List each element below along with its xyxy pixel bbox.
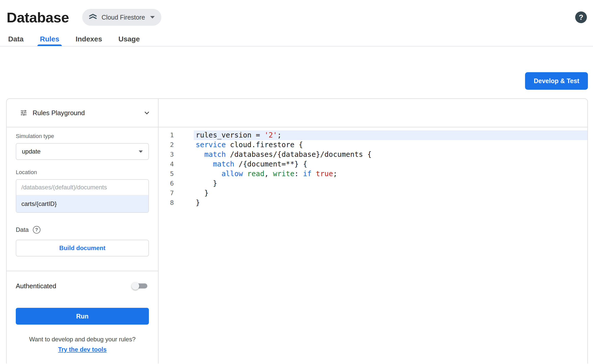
simulation-type-label: Simulation type <box>16 133 149 140</box>
code-line[interactable]: } <box>194 179 587 188</box>
develop-test-button[interactable]: Develop & Test <box>525 72 588 90</box>
code-line[interactable]: allow read, write: if true; <box>194 169 587 179</box>
simulation-type-value: update <box>22 148 40 155</box>
toggle-knob <box>132 282 139 290</box>
location-input[interactable]: carts/{cartID} <box>16 195 148 212</box>
code-line[interactable]: } <box>194 188 587 198</box>
playground-header: Rules Playground <box>7 99 158 127</box>
dev-tools-prompt: Want to develop and debug your rules? <box>16 336 149 343</box>
authenticated-row: Authenticated <box>16 282 149 290</box>
code-line[interactable]: rules_version = '2'; <box>194 130 587 140</box>
location-field: /databases/(default)/documents carts/{ca… <box>16 179 149 213</box>
question-mark-icon: ? <box>579 13 583 22</box>
build-document-button[interactable]: Build document <box>16 240 149 256</box>
location-prefix[interactable]: /databases/(default)/documents <box>16 180 148 195</box>
tab-rules[interactable]: Rules <box>32 32 67 46</box>
dev-tools-link[interactable]: Try the dev tools <box>16 346 149 353</box>
gutter: 12345678 <box>159 130 194 363</box>
playground-title: Rules Playground <box>33 109 85 117</box>
data-section-header: Data ? <box>16 226 149 234</box>
tab-usage[interactable]: Usage <box>110 32 148 46</box>
line-number: 6 <box>159 179 174 188</box>
simulation-type-select[interactable]: update <box>16 143 149 160</box>
line-number: 3 <box>159 150 174 159</box>
line-number: 7 <box>159 188 174 198</box>
page-title: Database <box>7 9 69 26</box>
rules-playground-sidebar: Rules Playground Simulation type update … <box>7 99 159 363</box>
app-header: Database Cloud Firestore ? <box>0 0 593 32</box>
authenticated-toggle[interactable] <box>132 282 149 290</box>
tab-data[interactable]: Data <box>0 32 32 46</box>
line-number: 4 <box>159 159 174 169</box>
firestore-icon <box>88 13 97 22</box>
rules-panel: Rules Playground Simulation type update … <box>6 98 588 363</box>
editor-toolbar <box>159 99 587 127</box>
section-divider <box>7 271 158 271</box>
dropdown-caret-icon <box>139 150 143 153</box>
chevron-down-icon <box>150 16 155 19</box>
product-selector-label: Cloud Firestore <box>102 14 145 21</box>
help-button[interactable]: ? <box>575 11 587 23</box>
location-label: Location <box>16 169 149 176</box>
line-number: 8 <box>159 198 174 208</box>
data-label: Data <box>16 226 29 233</box>
run-button[interactable]: Run <box>16 308 149 325</box>
data-help-icon[interactable]: ? <box>33 226 40 234</box>
code-line[interactable]: match /{document=**} { <box>194 159 587 169</box>
tab-bar: DataRulesIndexesUsage <box>0 32 593 47</box>
line-number: 2 <box>159 140 174 150</box>
action-row: Develop & Test <box>0 47 593 98</box>
rules-editor: 12345678 rules_version = '2';service clo… <box>159 99 587 363</box>
line-number: 5 <box>159 169 174 179</box>
code-lines[interactable]: rules_version = '2';service cloud.firest… <box>194 130 587 363</box>
tune-icon <box>20 109 27 117</box>
line-number: 1 <box>159 130 174 140</box>
product-selector-chip[interactable]: Cloud Firestore <box>82 9 161 26</box>
playground-body: Simulation type update Location /databas… <box>7 127 158 363</box>
editor-body: 12345678 rules_version = '2';service clo… <box>159 127 587 363</box>
code-line[interactable]: match /databases/{database}/documents { <box>194 150 587 159</box>
code-line[interactable]: } <box>194 198 587 208</box>
authenticated-label: Authenticated <box>16 282 56 290</box>
code-line[interactable]: service cloud.firestore { <box>194 140 587 150</box>
collapse-chevron-icon[interactable] <box>142 108 151 117</box>
tab-indexes[interactable]: Indexes <box>67 32 110 46</box>
